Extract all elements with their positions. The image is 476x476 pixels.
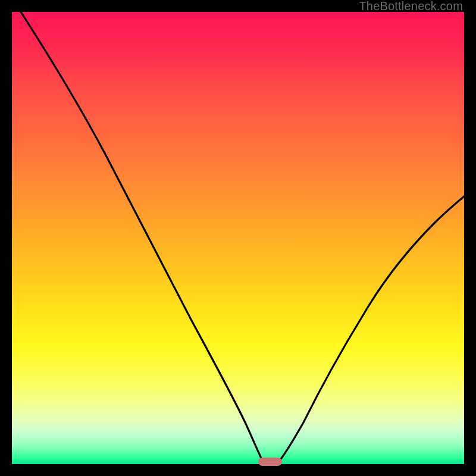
- curve-left-branch: [21, 12, 263, 462]
- attribution-watermark: TheBottleneck.com: [359, 0, 463, 12]
- chart-frame: TheBottleneck.com: [0, 0, 476, 476]
- bottleneck-curve: [12, 12, 464, 464]
- optimal-match-marker: [258, 458, 282, 466]
- curve-right-branch: [278, 196, 464, 462]
- plot-area: [12, 12, 464, 464]
